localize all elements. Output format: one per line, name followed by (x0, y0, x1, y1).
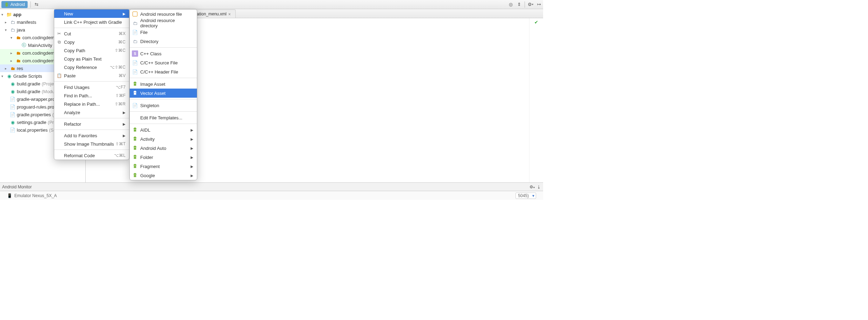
ctx-link-cpp[interactable]: Link C++ Project with Gradle (54, 18, 129, 26)
download-icon[interactable]: ⭳ (537, 185, 541, 189)
gradle-file-icon: ◉ (10, 89, 15, 94)
chevron-right-icon: ▶ (191, 165, 193, 168)
folder-icon: 🗀 (10, 19, 15, 25)
file-icon: 📄 (132, 29, 138, 35)
ctx-analyze[interactable]: Analyze▶ (54, 108, 129, 117)
new-google[interactable]: Google▶ (130, 171, 197, 180)
gradle-icon: ◉ (6, 73, 12, 79)
chevron-right-icon: ▶ (191, 146, 193, 150)
hide-icon[interactable]: ↦ (535, 0, 543, 9)
new-image-asset[interactable]: Image Asset (130, 79, 197, 89)
paste-icon: 📋 (56, 73, 62, 78)
gradle-file-icon: ◉ (10, 81, 15, 86)
file-icon: 📄 (132, 102, 138, 109)
class-icon: ⓒ (21, 42, 27, 48)
android-view-button[interactable]: Android (1, 1, 28, 8)
gear-icon[interactable]: ⚙▾ (526, 0, 535, 9)
new-cpp-class[interactable]: SC++ Class (130, 49, 197, 58)
ctx-reformat-code[interactable]: Reformat Code⌥⌘L (54, 151, 129, 160)
new-aidl[interactable]: AIDL▶ (130, 125, 197, 134)
ctx-show-thumbnails[interactable]: Show Image Thumbnails⇧⌘T (54, 140, 129, 148)
copy-icon: ⧉ (56, 39, 62, 45)
new-android-auto[interactable]: Android Auto▶ (130, 144, 197, 153)
new-file[interactable]: 📄File (130, 28, 197, 37)
new-vector-asset[interactable]: Vector Asset (130, 89, 197, 98)
ctx-new[interactable]: New▶ (54, 9, 129, 18)
check-icon: ✔ (529, 20, 543, 25)
ctx-replace-in-path[interactable]: Replace in Path...⇧⌘R (54, 100, 129, 108)
android-icon (132, 136, 138, 142)
new-c-header[interactable]: 📄C/C++ Header File (130, 67, 197, 76)
top-toolbar: Android ⇆ ◎ ⇕ ⚙▾ ↦ (0, 0, 543, 9)
android-icon (132, 172, 138, 179)
chevron-right-icon: ▶ (191, 155, 193, 159)
ctx-copy-ref[interactable]: Copy Reference⌥⇧⌘C (54, 63, 129, 71)
gradle-file-icon: ◉ (10, 119, 15, 125)
props-icon: 📄 (10, 127, 15, 133)
chevron-right-icon: ▶ (191, 128, 193, 132)
android-icon (132, 81, 138, 87)
editor-gutter: ✔ (529, 18, 543, 182)
collapse-icon[interactable]: ⇕ (515, 0, 523, 9)
chevron-right-icon: ▶ (191, 137, 193, 141)
android-icon (132, 145, 138, 151)
android-icon (132, 90, 138, 96)
context-menu: New▶ Link C++ Project with Gradle ✂Cut⌘X… (54, 9, 129, 160)
emulator-icon: 📱 (7, 193, 12, 198)
file-icon: 📄 (10, 104, 15, 110)
new-activity[interactable]: Activity▶ (130, 134, 197, 144)
ctx-find-in-path[interactable]: Find in Path...⇧⌘F (54, 91, 129, 100)
props-icon: 📄 (10, 112, 15, 117)
new-directory[interactable]: 🗀Directory (130, 37, 197, 46)
new-edit-templates[interactable]: Edit File Templates... (130, 113, 197, 122)
new-c-source[interactable]: 📄C/C++ Source File (130, 58, 197, 67)
chevron-right-icon: ▶ (191, 174, 193, 178)
s-icon: S (132, 50, 138, 57)
android-monitor-bar[interactable]: Android Monitor ⚙▾ ⭳ (0, 182, 543, 191)
ctx-copy-path[interactable]: Copy Path⇧⌘C (54, 46, 129, 55)
new-android-resource-file[interactable]: Android resource file (130, 9, 197, 19)
chevron-right-icon: ▶ (123, 134, 126, 138)
ctx-copy-plain[interactable]: Copy as Plain Text (54, 55, 129, 63)
horizontal-arrows-icon[interactable]: ⇆ (32, 0, 41, 9)
android-view-label: Android (10, 2, 25, 7)
folder-icon: 🗀 (132, 38, 138, 44)
ctx-copy[interactable]: ⧉Copy⌘C (54, 38, 129, 46)
folder-icon: 🗀 (132, 20, 138, 26)
android-icon (132, 154, 138, 160)
ctx-cut[interactable]: ✂Cut⌘X (54, 29, 129, 38)
folder-icon: 🗀 (10, 27, 15, 33)
c-icon: 📄 (132, 60, 138, 66)
chevron-right-icon: ▶ (123, 111, 126, 114)
close-icon[interactable]: × (228, 12, 233, 16)
ctx-find-usages[interactable]: Find Usages⌥F7 (54, 83, 129, 91)
chevron-right-icon: ▶ (123, 122, 126, 126)
chevron-right-icon: ▶ (123, 12, 126, 16)
ctx-paste[interactable]: 📋Paste⌘V (54, 71, 129, 80)
android-icon (132, 127, 138, 133)
cut-icon: ✂ (56, 31, 62, 36)
target-icon[interactable]: ◎ (506, 0, 515, 9)
process-selector[interactable]: 5045) (515, 193, 536, 199)
module-icon: 📁 (6, 12, 12, 17)
gear-icon[interactable]: ⚙▾ (529, 185, 535, 189)
package-icon: 🖿 (15, 35, 21, 40)
android-icon (132, 163, 138, 169)
props-icon: 📄 (10, 96, 15, 102)
ctx-add-favorites[interactable]: Add to Favorites▶ (54, 131, 129, 140)
ctx-refactor[interactable]: Refactor▶ (54, 120, 129, 128)
package-icon: 🖿 (15, 50, 21, 56)
package-icon: 🖿 (15, 58, 21, 63)
new-singleton[interactable]: 📄Singleton (130, 101, 197, 110)
android-monitor-label: Android Monitor (2, 185, 32, 189)
new-android-resource-dir[interactable]: 🗀Android resource directory (130, 19, 197, 28)
device-label: Emulator Nexus_5X_A (14, 193, 57, 198)
folder-icon: 🖿 (10, 65, 15, 71)
new-fragment[interactable]: Fragment▶ (130, 162, 197, 171)
new-submenu: Android resource file 🗀Android resource … (129, 9, 197, 180)
xml-icon (132, 11, 138, 17)
new-folder[interactable]: Folder▶ (130, 153, 197, 162)
device-bar: 📱 Emulator Nexus_5X_A 5045) (0, 191, 543, 200)
h-icon: 📄 (132, 69, 138, 75)
